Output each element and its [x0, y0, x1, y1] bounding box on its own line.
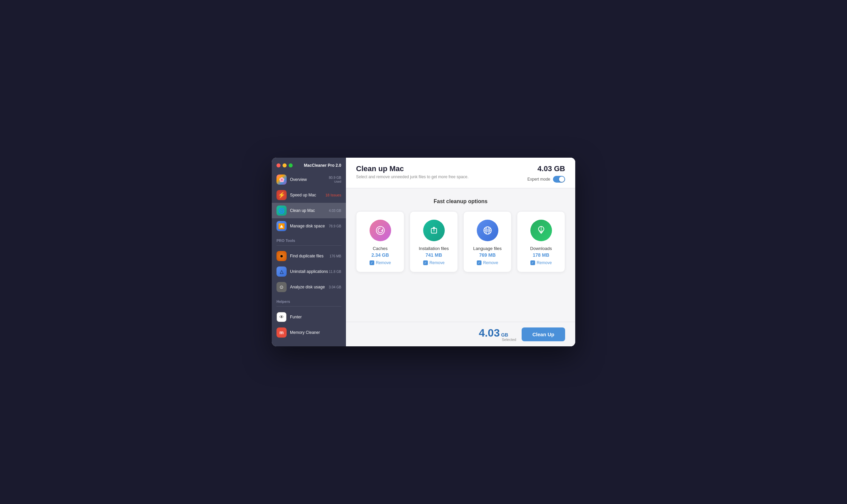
downloads-size: 178 MB [533, 252, 549, 258]
titlebar: MacCleaner Pro 2.0 [272, 158, 346, 170]
total-size: 4.03 GB [537, 164, 565, 173]
maximize-button[interactable] [289, 163, 293, 167]
minimize-button[interactable] [282, 163, 287, 167]
sidebar-item-uninstall[interactable]: △ Uninstall applications 11.8 GB [272, 264, 346, 279]
helpers-header: Helpers [272, 296, 346, 305]
uninstall-label: Uninstall applications [290, 269, 328, 274]
installation-size: 741 MB [426, 252, 442, 258]
caches-size: 2.34 GB [371, 252, 389, 258]
expert-mode-row: Expert mode [528, 176, 565, 183]
language-remove[interactable]: ✓ Remove [477, 260, 498, 265]
app-title: MacCleaner Pro 2.0 [295, 163, 341, 168]
cleanup-value: 4.03 GB [329, 209, 341, 213]
manage-value: 78.9 GB [329, 224, 341, 228]
duplicate-label: Find duplicate files [290, 254, 323, 258]
downloads-name: Downloads [530, 246, 552, 251]
footer: 4.03 GB Selected Clean Up [346, 322, 575, 346]
speedup-value: 18 Issues [325, 193, 341, 197]
manage-icon: 🔼 [276, 221, 287, 231]
language-name: Language files [473, 246, 502, 251]
downloads-card: Downloads 178 MB ✓ Remove [517, 211, 565, 272]
installation-name: Installation files [419, 246, 449, 251]
caches-remove-label: Remove [376, 260, 391, 265]
sidebar-item-duplicate[interactable]: ● Find duplicate files 176 MB [272, 248, 346, 264]
footer-size-number: 4.03 [479, 327, 500, 339]
sidebar-item-manage[interactable]: 🔼 Manage disk space 78.9 GB [272, 218, 346, 234]
expert-mode-label: Expert mode [528, 177, 550, 182]
caches-icon [369, 220, 391, 241]
analyze-value: 3.04 GB [329, 285, 341, 289]
language-icon [477, 220, 498, 241]
installation-remove[interactable]: ✓ Remove [423, 260, 445, 265]
divider-2 [276, 306, 341, 307]
cleanup-icon: 🌀 [276, 205, 287, 216]
downloads-icon [530, 220, 552, 241]
cleanup-button[interactable]: Clean Up [522, 327, 565, 341]
language-remove-label: Remove [483, 260, 498, 265]
caches-card: Caches 2.34 GB ✓ Remove [356, 211, 404, 272]
helpers-nav: 👁 Funter m Memory Cleaner [272, 308, 346, 342]
main-nav: 🌸 Overview 80.9 GB Used ⚡ Speed [272, 170, 346, 235]
memory-icon: m [276, 327, 287, 338]
installation-icon [423, 220, 445, 241]
language-size: 769 MB [479, 252, 496, 258]
header-left: Clean up Mac Select and remove unneeded … [356, 164, 469, 179]
page-title: Clean up Mac [356, 164, 469, 173]
installation-checkbox[interactable]: ✓ [423, 260, 428, 265]
page-subtitle: Select and remove unneeded junk files to… [356, 175, 469, 179]
sidebar-item-cleanup[interactable]: 🌀 Clean up Mac 4.03 GB [272, 203, 346, 218]
duplicate-value: 176 MB [330, 254, 341, 258]
installation-card: Installation files 741 MB ✓ Remove [410, 211, 458, 272]
expert-mode-toggle[interactable] [553, 176, 565, 183]
svg-point-0 [376, 227, 384, 234]
manage-label: Manage disk space [290, 224, 325, 229]
downloads-remove[interactable]: ✓ Remove [530, 260, 552, 265]
footer-size-block: 4.03 GB Selected [479, 327, 516, 342]
uninstall-value: 11.8 GB [329, 270, 341, 273]
overview-value: 80.9 GB Used [329, 176, 341, 183]
sidebar: MacCleaner Pro 2.0 🌸 Overview 80.9 GB Us… [272, 158, 346, 346]
caches-checkbox[interactable]: ✓ [369, 260, 374, 265]
caches-name: Caches [373, 246, 387, 251]
main-content: Clean up Mac Select and remove unneeded … [346, 158, 575, 346]
cards-row: Caches 2.34 GB ✓ Remove [356, 211, 565, 272]
language-checkbox[interactable]: ✓ [477, 260, 482, 265]
downloads-remove-label: Remove [537, 260, 552, 265]
sidebar-item-analyze[interactable]: ⊙ Analyze disk usage 3.04 GB [272, 279, 346, 295]
caches-remove[interactable]: ✓ Remove [369, 260, 391, 265]
duplicate-icon: ● [276, 251, 287, 261]
speedup-label: Speed up Mac [290, 193, 316, 197]
analyze-icon: ⊙ [276, 282, 287, 292]
app-window: MacCleaner Pro 2.0 🌸 Overview 80.9 GB Us… [272, 158, 575, 346]
fast-cleanup-title: Fast cleanup options [356, 198, 565, 204]
language-card: Language files 769 MB ✓ Remove [463, 211, 512, 272]
overview-icon: 🌸 [276, 175, 287, 185]
content-area: Fast cleanup options Caches 2.34 GB ✓ [346, 188, 575, 322]
cleanup-label: Clean up Mac [290, 208, 315, 213]
traffic-lights [276, 163, 293, 167]
toggle-knob [559, 177, 565, 182]
pro-tools-nav: ● Find duplicate files 176 MB △ Uninstal… [272, 247, 346, 296]
divider-1 [276, 245, 341, 246]
footer-size-label: Selected [502, 338, 516, 342]
funter-label: Funter [290, 315, 341, 319]
downloads-checkbox[interactable]: ✓ [530, 260, 535, 265]
overview-label: Overview [290, 177, 307, 182]
speedup-icon: ⚡ [276, 190, 287, 200]
uninstall-icon: △ [276, 267, 287, 276]
main-header: Clean up Mac Select and remove unneeded … [346, 158, 575, 188]
header-right: 4.03 GB Expert mode [528, 164, 565, 183]
sidebar-item-funter[interactable]: 👁 Funter [272, 309, 346, 325]
funter-icon: 👁 [276, 312, 287, 322]
memory-label: Memory Cleaner [290, 330, 341, 335]
sidebar-item-speedup[interactable]: ⚡ Speed up Mac 18 Issues [272, 187, 346, 203]
sidebar-item-memory[interactable]: m Memory Cleaner [272, 325, 346, 340]
analyze-label: Analyze disk usage [290, 285, 325, 289]
footer-size-unit: GB [501, 332, 516, 338]
close-button[interactable] [276, 163, 280, 167]
sidebar-item-overview[interactable]: 🌸 Overview 80.9 GB Used [272, 172, 346, 187]
installation-remove-label: Remove [430, 260, 445, 265]
pro-tools-header: PRO Tools [272, 235, 346, 244]
